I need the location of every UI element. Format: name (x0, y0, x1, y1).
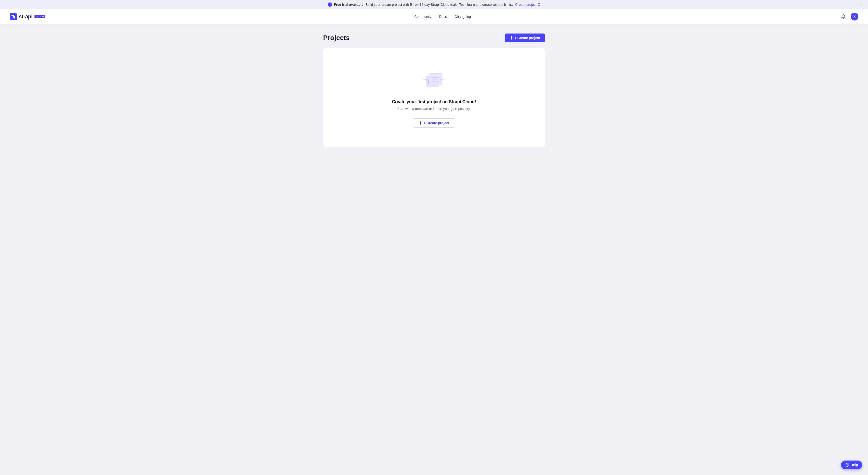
banner-body-text: Build your dream project with 5 free 14-… (366, 3, 513, 6)
empty-state-subtitle: Start with a template or import your git… (397, 107, 471, 111)
changelog-link[interactable]: Changelog (455, 15, 471, 19)
banner-link-text: Create project (515, 3, 536, 6)
banner-text: Free trial available! Build your dream p… (334, 3, 540, 6)
notifications-bell-icon[interactable] (840, 13, 847, 20)
external-link-icon (537, 3, 540, 6)
plus-icon-top (510, 36, 513, 39)
banner-create-link[interactable]: Create project (515, 3, 540, 6)
info-icon: i (328, 2, 332, 7)
page-header: Projects + Create project (323, 33, 545, 42)
user-avatar[interactable] (850, 13, 858, 21)
create-project-center-button[interactable]: + Create project (413, 118, 455, 128)
help-button[interactable]: Help (841, 461, 862, 469)
empty-state-card: Create your first project on Strapi Clou… (323, 48, 545, 147)
announcement-banner: i Free trial available! Build your dream… (0, 0, 868, 9)
main-content: Projects + Create project (318, 24, 550, 157)
logo-text: strapi (19, 13, 33, 20)
docs-link[interactable]: Docs (439, 15, 447, 19)
logo-badge: CLOUD (34, 15, 45, 18)
create-project-top-label: + Create project (515, 36, 540, 40)
plus-icon-center (419, 121, 422, 125)
help-icon (845, 463, 849, 467)
help-label: Help (850, 463, 858, 467)
page-title: Projects (323, 34, 350, 42)
header-actions (840, 13, 858, 21)
main-nav: Community Docs Changelog (414, 15, 471, 19)
logo-area: strapi CLOUD (10, 13, 45, 20)
banner-close-button[interactable]: × (859, 1, 863, 8)
empty-state-illustration (422, 67, 446, 92)
create-project-center-label: + Create project (424, 121, 449, 125)
banner-bold-text: Free trial available! (334, 3, 365, 6)
community-link[interactable]: Community (414, 15, 431, 19)
strapi-logo-icon (10, 13, 17, 20)
empty-state-title: Create your first project on Strapi Clou… (392, 99, 476, 104)
create-project-top-button[interactable]: + Create project (505, 33, 545, 42)
main-header: strapi CLOUD Community Docs Changelog (0, 9, 868, 24)
